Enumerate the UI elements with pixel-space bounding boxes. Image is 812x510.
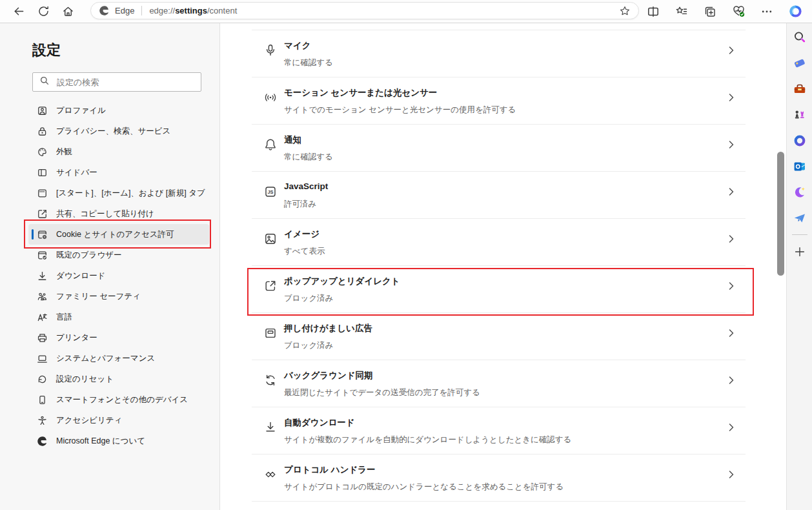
permission-status: サイトがプロトコルの既定のハンドラーとなることを求めることを許可する: [284, 482, 563, 493]
chevron-right-icon: [726, 375, 736, 385]
permission-title: JavaScript: [284, 181, 328, 191]
permission-title: バックグラウンド同期: [284, 370, 373, 382]
sidebar-item-label: プロファイル: [56, 105, 106, 116]
edge-browser-window: Edge edge://settings/content 設定 プロファイルプラ…: [0, 0, 812, 510]
address-divider: [141, 6, 142, 15]
scrollbar[interactable]: [776, 23, 785, 510]
download-icon: [37, 270, 48, 281]
sidebar-icon: [37, 167, 48, 178]
sidebar-item[interactable]: プロファイル: [28, 100, 209, 121]
favorite-star-icon[interactable]: [619, 5, 631, 17]
url-text: edge://settings/content: [149, 6, 237, 15]
rail-tools-button[interactable]: [787, 76, 812, 102]
permission-status: 常に確認する: [284, 57, 333, 68]
sidebar-item[interactable]: 外観: [28, 141, 209, 162]
rail-microsoft365-button[interactable]: [787, 128, 812, 154]
home-button[interactable]: [56, 2, 80, 21]
scrollbar-thumb[interactable]: [777, 152, 784, 276]
settings-search-box[interactable]: [32, 72, 201, 92]
sidebar-item[interactable]: [スタート]、[ホーム]、および [新規] タブ: [28, 183, 209, 203]
favorites-button[interactable]: [667, 2, 696, 21]
permission-row[interactable]: 自動ダウンロードサイトが複数のファイルを自動的にダウンロードしようとしたときに確…: [252, 407, 746, 454]
permission-row[interactable]: 通知常に確認する: [252, 124, 746, 171]
address-bar[interactable]: Edge edge://settings/content: [90, 2, 639, 19]
sidebar-item[interactable]: 言語: [28, 307, 209, 327]
chevron-right-icon: [726, 92, 736, 103]
sidebar-item[interactable]: ファミリー セーフティ: [28, 286, 209, 307]
sidebar-item[interactable]: Cookie とサイトのアクセス許可: [28, 224, 209, 245]
permission-row[interactable]: ポップアップとリダイレクトブロック済み: [252, 265, 746, 312]
sidebar-item[interactable]: アクセシビリティ: [28, 410, 209, 431]
permission-row[interactable]: 押し付けがましい広告ブロック済み: [252, 312, 746, 360]
sidebar-item-label: アクセシビリティ: [56, 415, 122, 426]
row-divider: [252, 501, 746, 510]
sidebar-item[interactable]: 共有、コピーして貼り付け: [28, 203, 209, 224]
permission-title: 通知: [284, 134, 301, 146]
ads-icon: [263, 326, 278, 340]
edge-favicon-icon: [99, 5, 110, 16]
permission-title: マイク: [284, 40, 310, 52]
page-title: 設定: [32, 41, 219, 60]
permission-row[interactable]: バックグラウンド同期最近閉じたサイトでデータの送受信の完了を許可する: [252, 360, 746, 407]
chevron-right-icon: [726, 234, 736, 244]
permission-row[interactable]: イメージすべて表示: [252, 218, 746, 265]
protocol-handlers-icon: [263, 467, 278, 482]
sidebar-item-label: 外観: [56, 147, 72, 158]
language-icon: [37, 312, 48, 323]
rail-search-button[interactable]: [787, 25, 812, 50]
sidebar-item[interactable]: プライバシー、検索、サービス: [28, 121, 209, 141]
rail-drop-button[interactable]: [787, 205, 812, 231]
appearance-icon: [37, 147, 48, 158]
sidebar-item[interactable]: 既定のブラウザー: [28, 245, 209, 265]
sidebar-item[interactable]: プリンター: [28, 327, 209, 348]
edge-logo-icon: [37, 436, 48, 447]
rail-games-button[interactable]: [787, 102, 812, 128]
sidebar-item-label: プライバシー、検索、サービス: [56, 126, 170, 137]
chevron-right-icon: [726, 469, 736, 480]
javascript-icon: JS: [263, 185, 278, 199]
permission-row[interactable]: マイク常に確認する: [252, 30, 746, 77]
toolbar-nav-buttons: [6, 0, 80, 23]
sidebar-item-label: サイドバー: [56, 167, 97, 178]
rail-outlook-button[interactable]: [787, 154, 812, 179]
permission-status: すべて表示: [284, 246, 325, 257]
permission-title: イメージ: [284, 229, 320, 240]
site-label: Edge: [115, 6, 134, 15]
sidebar-item[interactable]: スマートフォンとその他のデバイス: [28, 389, 209, 410]
sidebar-item[interactable]: サイドバー: [28, 162, 209, 183]
sidebar-item-label: 既定のブラウザー: [56, 250, 121, 261]
sidebar-item[interactable]: Microsoft Edge について: [28, 431, 209, 451]
permission-status: 許可済み: [284, 199, 316, 210]
toolbar-action-buttons: [639, 0, 809, 23]
permission-row[interactable]: JSJavaScript許可済み: [252, 171, 746, 218]
accessibility-icon: [37, 415, 48, 426]
notifications-icon: [263, 138, 278, 152]
copilot-button[interactable]: [781, 2, 809, 21]
rail-image-creator-button[interactable]: [787, 179, 812, 205]
site-permissions-panel: マイク常に確認するモーション センサーまたは光センサーサイトでのモーション セン…: [221, 23, 786, 510]
browser-essentials-button[interactable]: [724, 2, 753, 21]
collections-button[interactable]: [696, 2, 724, 21]
refresh-button[interactable]: [31, 2, 56, 21]
sidebar-item-label: Microsoft Edge について: [56, 436, 145, 447]
permission-title: 自動ダウンロード: [284, 417, 355, 429]
settings-menu-button[interactable]: [753, 2, 781, 21]
chevron-right-icon: [726, 281, 736, 291]
sidebar-item-label: ファミリー セーフティ: [56, 291, 141, 302]
edge-side-rail: [786, 23, 812, 510]
rail-shopping-button[interactable]: [787, 50, 812, 76]
permission-status: サイトが複数のファイルを自動的にダウンロードしようとしたときに確認する: [284, 434, 571, 445]
site-permissions-icon: [37, 229, 48, 240]
sidebar-item[interactable]: ダウンロード: [28, 265, 209, 286]
permission-title: プロトコル ハンドラー: [284, 464, 376, 476]
family-icon: [37, 291, 48, 302]
permission-row[interactable]: モーション センサーまたは光センサーサイトでのモーション センサーと光センサーの…: [252, 77, 746, 124]
split-screen-button[interactable]: [639, 2, 667, 21]
sidebar-item[interactable]: システムとパフォーマンス: [28, 348, 209, 369]
reset-icon: [37, 374, 48, 385]
sidebar-item[interactable]: 設定のリセット: [28, 369, 209, 389]
settings-search-input[interactable]: [56, 77, 187, 88]
rail-add-button[interactable]: [787, 239, 812, 265]
permission-row[interactable]: プロトコル ハンドラーサイトがプロトコルの既定のハンドラーとなることを求めること…: [252, 454, 746, 501]
back-button[interactable]: [6, 2, 31, 21]
